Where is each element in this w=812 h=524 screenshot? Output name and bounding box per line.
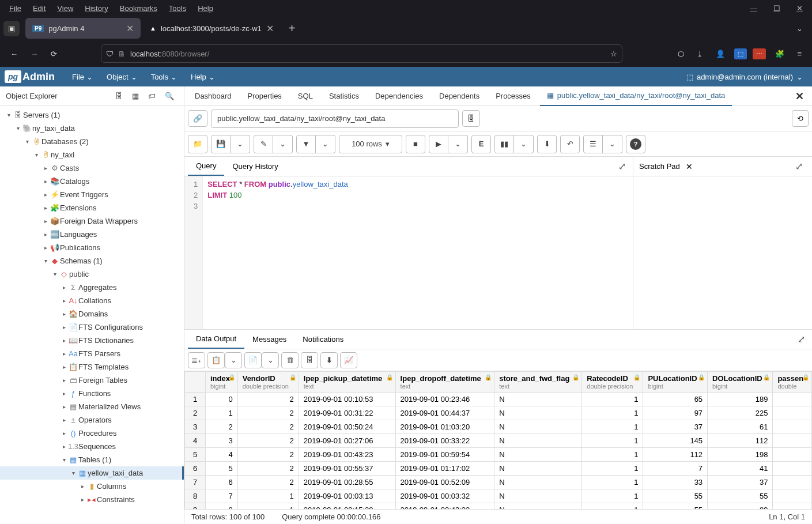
- cell[interactable]: 0: [206, 393, 238, 406]
- sql-editor[interactable]: 123 SELECT * FROM public.yellow_taxi_dat…: [184, 176, 633, 329]
- ext1-icon[interactable]: ⬚: [734, 48, 747, 59]
- tree-arrow-icon[interactable]: ▾: [5, 112, 13, 118]
- tree-node[interactable]: ▸⚙Casts: [0, 161, 184, 175]
- save-dd-button[interactable]: ⌄: [231, 135, 250, 153]
- tree-node[interactable]: ▸📚Catalogs: [0, 175, 184, 188]
- tree-node[interactable]: ▸📖FTS Dictionaries: [0, 334, 184, 347]
- extensions-icon[interactable]: 🧩: [772, 47, 788, 61]
- expand-icon[interactable]: ⤢: [615, 161, 629, 172]
- graph-button[interactable]: 📈: [340, 352, 357, 368]
- cell[interactable]: 198: [708, 448, 773, 462]
- help-button[interactable]: ?: [626, 135, 645, 153]
- pg-menu-object[interactable]: Object ⌄: [101, 69, 143, 85]
- data-grid[interactable]: indexbigint🔒VendorIDdouble precision🔒lpe…: [184, 371, 812, 509]
- table-row[interactable]: 1022019-09-01 00:10:532019-09-01 00:23:4…: [185, 393, 812, 406]
- macros-dd-button[interactable]: ⌄: [603, 135, 622, 153]
- column-header[interactable]: passendouble🔒: [773, 372, 812, 393]
- cell[interactable]: [773, 503, 812, 510]
- row-number[interactable]: 7: [185, 476, 206, 489]
- column-header[interactable]: PULocationIDbigint🔒: [643, 372, 708, 393]
- ext2-icon[interactable]: ⋯: [753, 48, 766, 59]
- cell[interactable]: 2019-09-01 00:43:22: [395, 503, 494, 510]
- reload-button[interactable]: ⟳: [47, 47, 61, 61]
- tree-arrow-icon[interactable]: ▾: [41, 258, 50, 264]
- tree-node[interactable]: ▾▦yellow_taxi_data: [0, 466, 184, 480]
- db-button[interactable]: 🗄: [462, 110, 480, 127]
- cell[interactable]: 1: [582, 489, 643, 503]
- tab-close-button[interactable]: ✕: [791, 90, 809, 103]
- new-tab-button[interactable]: +: [283, 22, 301, 35]
- cell[interactable]: 1: [582, 476, 643, 489]
- cell[interactable]: N: [494, 503, 582, 510]
- cell[interactable]: [773, 393, 812, 406]
- delete-row-button[interactable]: 🗑: [281, 352, 299, 368]
- tree-arrow-icon[interactable]: ▸: [60, 417, 68, 423]
- cell[interactable]: 1: [582, 406, 643, 420]
- lock-icon[interactable]: 🗎: [118, 50, 126, 58]
- cell[interactable]: 37: [643, 420, 708, 434]
- tab-sql[interactable]: SQL: [291, 86, 320, 106]
- cell[interactable]: 2: [237, 406, 299, 420]
- tree-node[interactable]: ▸ΣAggregates: [0, 281, 184, 294]
- tree-node[interactable]: ▸()Procedures: [0, 427, 184, 440]
- tree-arrow-icon[interactable]: ▸: [60, 390, 68, 397]
- cell[interactable]: 6: [206, 476, 238, 489]
- hamburger-icon[interactable]: ≡: [794, 47, 805, 61]
- url-input[interactable]: 🛡 🗎 localhost:8080/browser/ ☆: [101, 44, 622, 63]
- tab-close-icon[interactable]: ✕: [266, 23, 274, 34]
- tab-close-icon[interactable]: ✕: [126, 23, 134, 34]
- explain-dd-button[interactable]: ⌄: [514, 135, 534, 153]
- cell[interactable]: 3: [206, 434, 238, 448]
- row-number[interactable]: 1: [185, 393, 206, 406]
- tree-arrow-icon[interactable]: ▸: [41, 205, 50, 211]
- tab-statistics[interactable]: Statistics: [322, 86, 366, 106]
- tree-arrow-icon[interactable]: ▾: [60, 457, 68, 463]
- menu-file[interactable]: File: [5, 3, 26, 14]
- cell[interactable]: [773, 462, 812, 476]
- row-number[interactable]: 5: [185, 448, 206, 462]
- cell[interactable]: 2019-09-01 00:15:28: [299, 503, 395, 510]
- execute-button[interactable]: ▶: [429, 135, 448, 153]
- tree-arrow-icon[interactable]: ▸: [60, 404, 68, 410]
- cell[interactable]: 1: [582, 393, 643, 406]
- table-row[interactable]: 6522019-09-01 00:55:372019-09-01 01:17:0…: [185, 462, 812, 476]
- tree-node[interactable]: ▸📄FTS Configurations: [0, 321, 184, 334]
- cell[interactable]: N: [494, 448, 582, 462]
- pg-user-menu[interactable]: ⬚ admin@admin.com (internal) ⌄: [682, 73, 807, 81]
- tree-arrow-icon[interactable]: ▸: [60, 350, 68, 357]
- tree-arrow-icon[interactable]: ▾: [51, 271, 59, 277]
- cell[interactable]: 61: [708, 420, 773, 434]
- tree-arrow-icon[interactable]: ▾: [32, 152, 40, 158]
- expand-icon[interactable]: ⤢: [794, 334, 809, 345]
- column-header[interactable]: store_and_fwd_flagtext🔒: [494, 372, 582, 393]
- cell[interactable]: 2: [237, 393, 299, 406]
- cell[interactable]: 55: [708, 489, 773, 503]
- tree-arrow-icon[interactable]: ▸: [41, 231, 50, 238]
- cell[interactable]: 2019-09-01 00:31:22: [299, 406, 395, 420]
- cell[interactable]: 2019-09-01 00:59:54: [395, 448, 494, 462]
- tree-node[interactable]: ▾◆Schemas (1): [0, 254, 184, 267]
- cell[interactable]: 1: [582, 420, 643, 434]
- account-icon[interactable]: 👤: [712, 47, 728, 61]
- column-header[interactable]: RatecodeIDdouble precision🔒: [582, 372, 643, 393]
- cell[interactable]: 2019-09-01 01:03:20: [395, 420, 494, 434]
- sql-code[interactable]: SELECT * FROM public.yellow_taxi_data LI…: [203, 176, 633, 329]
- column-header[interactable]: lpep_pickup_datetimetext🔒: [299, 372, 395, 393]
- menu-help[interactable]: Help: [193, 3, 218, 14]
- tree-node[interactable]: ▾🗄Servers (1): [0, 108, 184, 122]
- copy-button[interactable]: 📋: [207, 352, 225, 368]
- tree-node[interactable]: ▸📋FTS Templates: [0, 360, 184, 374]
- cell[interactable]: 2019-09-01 00:03:13: [299, 489, 395, 503]
- macros-button[interactable]: ☰: [583, 135, 603, 153]
- tree-node[interactable]: ▸1.3Sequences: [0, 440, 184, 453]
- copy-dd-button[interactable]: ⌄: [225, 352, 242, 368]
- cell[interactable]: 1: [582, 462, 643, 476]
- tree-arrow-icon[interactable]: ▸: [41, 218, 50, 224]
- tree-node[interactable]: ▸📦Foreign Data Wrappers: [0, 214, 184, 228]
- add-row-button[interactable]: ≣₊: [188, 352, 205, 368]
- cell[interactable]: 55: [643, 489, 708, 503]
- tree-node[interactable]: ▾◇public: [0, 267, 184, 281]
- tree-arrow-icon[interactable]: ▸: [41, 165, 50, 171]
- column-header[interactable]: indexbigint🔒: [206, 372, 238, 393]
- tree-node[interactable]: ▸AaFTS Parsers: [0, 347, 184, 360]
